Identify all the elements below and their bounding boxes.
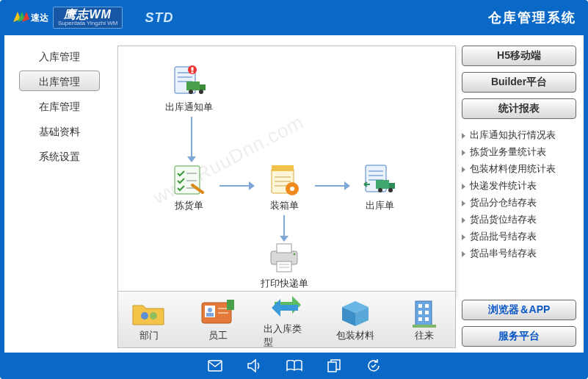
report-item[interactable]: 货品分仓结存表 <box>462 197 576 209</box>
header: 速达 鹰志WM Superdata Yingzhi WM STD 仓库管理系统 <box>0 0 588 35</box>
node-label: 打印快递单 <box>261 277 308 290</box>
btn-h5[interactable]: H5移动端 <box>462 46 576 66</box>
report-item[interactable]: 货品货位结存表 <box>462 214 576 226</box>
svg-rect-52 <box>227 300 234 310</box>
bb-label: 部门 <box>139 329 159 342</box>
swap-icon <box>269 290 304 322</box>
report-item[interactable]: 快递发件统计表 <box>462 180 576 192</box>
svg-rect-31 <box>277 244 291 253</box>
bb-label: 出入库类型 <box>264 322 311 349</box>
bb-label: 往来 <box>415 329 434 342</box>
report-item[interactable]: 货品批号结存表 <box>462 231 576 243</box>
box-icon <box>338 297 373 329</box>
arrow-right-icon <box>219 180 255 193</box>
svg-rect-57 <box>418 304 422 308</box>
bb-packaging[interactable]: 包装材料 <box>332 297 379 342</box>
arrow-down-icon <box>280 215 288 245</box>
document-truck-icon <box>170 65 207 99</box>
footer <box>0 353 588 379</box>
btn-builder[interactable]: Builder平台 <box>462 72 576 93</box>
node-pack[interactable]: 装箱单 <box>255 164 313 212</box>
nav-item-outbound[interactable]: 出库管理 <box>19 71 100 91</box>
svg-rect-60 <box>425 311 429 314</box>
nav-item-instock[interactable]: 在库管理 <box>19 95 100 116</box>
bb-department[interactable]: 部门 <box>126 297 173 342</box>
svg-rect-58 <box>425 304 429 308</box>
svg-point-21 <box>290 187 294 191</box>
svg-rect-62 <box>425 317 429 321</box>
btn-browser-app[interactable]: 浏览器＆APP <box>462 300 576 320</box>
node-label: 装箱单 <box>270 199 299 212</box>
report-item[interactable]: 包装材料使用统计表 <box>462 163 576 176</box>
right-panel: H5移动端 Builder平台 统计报表 出库通知执行情况表 拣货业务量统计表 … <box>459 35 584 353</box>
volume-icon[interactable] <box>247 358 263 374</box>
mail-icon[interactable] <box>207 358 223 374</box>
btn-reports[interactable]: 统计报表 <box>462 98 576 119</box>
bb-label: 员工 <box>208 329 228 342</box>
svg-marker-65 <box>248 360 255 372</box>
brand-wm-sub: Superdata Yingzhi WM <box>58 21 117 26</box>
svg-rect-16 <box>272 165 294 171</box>
canvas-area: www.RuuDnn.com 出库通知单 <box>115 35 459 353</box>
printer-icon <box>266 242 302 275</box>
node-out[interactable]: 出库单 <box>350 164 409 212</box>
svg-rect-6 <box>192 72 194 73</box>
brand-suda: 速达 <box>31 12 48 24</box>
nav-item-inbound[interactable]: 入库管理 <box>19 46 100 66</box>
svg-rect-26 <box>376 180 389 189</box>
document-truck-out-icon <box>361 164 398 198</box>
report-list: 出库通知执行情况表 拣货业务量统计表 包装材料使用统计表 快递发件统计表 货品分… <box>462 129 576 260</box>
bb-employee[interactable]: 员工 <box>195 297 242 342</box>
sidebar: 入库管理 出库管理 在库管理 基础资料 系统设置 <box>4 35 115 353</box>
svg-rect-7 <box>186 82 200 90</box>
bb-contacts[interactable]: 往来 <box>401 297 448 342</box>
checklist-icon <box>170 164 207 198</box>
svg-rect-8 <box>200 84 206 90</box>
svg-point-9 <box>189 90 193 94</box>
svg-rect-32 <box>277 261 291 272</box>
report-item[interactable]: 拣货业务量统计表 <box>462 146 576 159</box>
svg-rect-27 <box>389 183 395 189</box>
svg-point-35 <box>294 253 296 256</box>
book-icon[interactable] <box>286 358 302 374</box>
svg-marker-39 <box>249 181 255 190</box>
refresh-check-icon[interactable] <box>366 358 382 374</box>
svg-rect-49 <box>206 313 214 317</box>
report-item[interactable]: 货品串号结存表 <box>462 248 576 260</box>
node-label: 拣货单 <box>175 199 203 212</box>
node-outbound-notice[interactable]: 出库通知单 <box>159 65 218 114</box>
brand-wm-text: 鹰志WM <box>64 9 111 21</box>
brand-wm: 鹰志WM Superdata Yingzhi WM <box>53 7 123 29</box>
node-label: 出库通知单 <box>165 101 213 114</box>
svg-rect-64 <box>208 361 222 371</box>
folder-people-icon <box>131 297 167 329</box>
copy-icon[interactable] <box>326 358 342 374</box>
node-pick[interactable]: 拣货单 <box>159 164 218 212</box>
edition-label: STD <box>145 10 173 26</box>
svg-marker-37 <box>187 156 196 162</box>
svg-marker-41 <box>344 181 350 190</box>
node-print[interactable]: 打印快递单 <box>255 242 313 290</box>
svg-rect-5 <box>192 68 194 71</box>
nav-item-settings[interactable]: 系统设置 <box>19 145 100 166</box>
arrow-down-icon <box>187 117 196 165</box>
bb-io-type[interactable]: 出入库类型 <box>264 290 311 349</box>
brand-block: 速达 鹰志WM Superdata Yingzhi WM <box>12 7 123 29</box>
svg-point-10 <box>199 90 203 94</box>
svg-rect-56 <box>415 301 432 326</box>
nav-item-basicdata[interactable]: 基础资料 <box>19 120 100 141</box>
svg-rect-61 <box>418 317 422 321</box>
flow-canvas: www.RuuDnn.com 出库通知单 <box>117 46 456 297</box>
svg-point-48 <box>208 308 212 312</box>
logo-icon <box>12 10 29 25</box>
report-item[interactable]: 出库通知执行情况表 <box>462 129 576 142</box>
svg-point-45 <box>150 312 157 320</box>
building-icon <box>407 297 442 329</box>
svg-marker-43 <box>280 236 288 242</box>
svg-rect-59 <box>418 311 422 314</box>
svg-rect-67 <box>328 362 336 372</box>
node-label: 出库单 <box>366 199 394 212</box>
btn-service-platform[interactable]: 服务平台 <box>462 326 576 347</box>
svg-point-28 <box>378 188 382 192</box>
notepad-gear-icon <box>266 164 302 198</box>
